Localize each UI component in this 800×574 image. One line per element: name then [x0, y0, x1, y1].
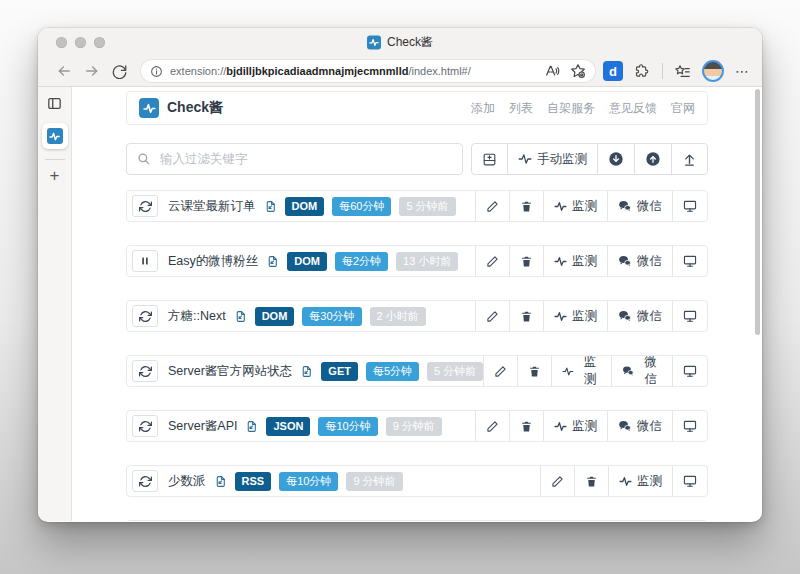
wechat-icon — [618, 309, 632, 323]
page-scrollbar[interactable] — [755, 89, 760, 335]
pulse-icon — [619, 475, 632, 488]
delete-button[interactable] — [509, 411, 543, 441]
manual-monitor-button[interactable]: 手动监测 — [507, 143, 598, 175]
monitor-button[interactable]: 监测 — [543, 411, 607, 441]
row-state-button[interactable] — [132, 195, 158, 217]
monitor-label: 监测 — [572, 418, 597, 435]
preview-button[interactable] — [672, 246, 707, 276]
search-icon — [137, 152, 151, 166]
delete-button[interactable] — [517, 356, 551, 386]
favorites-hub-icon[interactable] — [674, 63, 691, 80]
refresh-button[interactable] — [112, 64, 127, 79]
nav-website-link[interactable]: 官网 — [671, 100, 695, 117]
wechat-button[interactable]: 微信 — [607, 411, 672, 441]
active-tab-favicon[interactable] — [42, 123, 68, 149]
nav-add-link[interactable]: 添加 — [471, 100, 495, 117]
open-page-icon[interactable] — [264, 200, 277, 213]
pulse-icon — [554, 255, 567, 268]
row-state-button[interactable] — [132, 250, 158, 272]
pulse-icon — [554, 420, 567, 433]
interval-badge: 每10分钟 — [318, 417, 377, 436]
browser-menu-icon[interactable]: ⋯ — [735, 63, 750, 79]
add-panel-button[interactable] — [471, 143, 508, 175]
row-title: Server酱官方网站状态 — [168, 363, 292, 380]
extensions-puzzle-icon[interactable] — [634, 63, 651, 80]
trash-icon — [520, 310, 533, 323]
edit-button[interactable] — [475, 411, 509, 441]
last-run-badge: 2 小时前 — [370, 307, 426, 326]
monitor-button[interactable]: 监测 — [543, 246, 607, 276]
trash-icon — [585, 475, 598, 488]
filter-input[interactable] — [158, 151, 452, 167]
sync-icon — [139, 475, 152, 488]
nav-selfhost-link[interactable]: 自架服务 — [547, 100, 595, 117]
monitor-button[interactable]: 监测 — [551, 356, 611, 386]
wechat-button[interactable]: 微信 — [607, 246, 672, 276]
zoom-button[interactable] — [94, 37, 105, 48]
monitor-label: 监测 — [579, 354, 601, 388]
address-bar[interactable]: extension://bjdilljbkpicadiaadmnajmjecmn… — [141, 60, 595, 82]
edit-button[interactable] — [475, 191, 509, 221]
read-aloud-icon[interactable] — [544, 63, 560, 79]
nav-feedback-link[interactable]: 意见反馈 — [609, 100, 657, 117]
interval-badge: 每5分钟 — [366, 362, 419, 381]
preview-button[interactable] — [672, 356, 707, 386]
row-state-button[interactable] — [132, 470, 158, 492]
monitor-button[interactable]: 监测 — [543, 191, 607, 221]
pencil-icon — [486, 200, 499, 213]
preview-button[interactable] — [672, 411, 707, 441]
row-actions: 监测 微信 — [475, 191, 707, 221]
toolbar-divider — [662, 63, 663, 79]
back-button[interactable] — [56, 63, 72, 79]
edit-button[interactable] — [475, 246, 509, 276]
row-state-button[interactable] — [132, 360, 158, 382]
open-page-icon[interactable] — [214, 475, 227, 488]
vertical-tab-strip: + — [38, 87, 72, 521]
wechat-icon — [622, 364, 635, 378]
delete-button[interactable] — [509, 301, 543, 331]
open-page-icon[interactable] — [234, 310, 247, 323]
app-header: Check酱 添加 列表 自架服务 意见反馈 官网 — [126, 91, 708, 125]
interval-badge: 每10分钟 — [279, 472, 338, 491]
preview-button[interactable] — [672, 301, 707, 331]
delete-button[interactable] — [574, 466, 608, 496]
open-page-icon[interactable] — [300, 365, 313, 378]
download-config-button[interactable] — [597, 143, 635, 175]
site-info-icon[interactable] — [150, 65, 163, 78]
upload-config-button[interactable] — [634, 143, 672, 175]
nav-list-link[interactable]: 列表 — [509, 100, 533, 117]
minimize-button[interactable] — [75, 37, 86, 48]
profile-avatar[interactable] — [702, 60, 724, 82]
row-state-button[interactable] — [132, 415, 158, 437]
monitor-label: 监测 — [572, 198, 597, 215]
close-button[interactable] — [56, 37, 67, 48]
forward-button[interactable] — [84, 63, 100, 79]
d-extension-icon[interactable]: d — [603, 61, 623, 81]
preview-button[interactable] — [672, 466, 707, 496]
circle-down-icon — [608, 151, 624, 167]
favorites-star-icon[interactable] — [570, 63, 586, 79]
wechat-button[interactable]: 微信 — [607, 301, 672, 331]
row-state-button[interactable] — [132, 305, 158, 327]
open-page-icon[interactable] — [266, 255, 279, 268]
delete-button[interactable] — [509, 191, 543, 221]
edit-button[interactable] — [483, 356, 517, 386]
edit-button[interactable] — [540, 466, 574, 496]
delete-button[interactable] — [509, 246, 543, 276]
trash-icon — [528, 365, 541, 378]
monitor-toolbar: 手动监测 — [471, 143, 708, 175]
preview-button[interactable] — [672, 191, 707, 221]
new-tab-button[interactable]: + — [50, 167, 60, 184]
row-title: Easy的微博粉丝 — [168, 253, 258, 270]
monitor-button[interactable]: 监测 — [543, 301, 607, 331]
wechat-button[interactable]: 微信 — [607, 191, 672, 221]
open-page-icon[interactable] — [245, 420, 258, 433]
edit-button[interactable] — [475, 301, 509, 331]
browser-toolbar: extension://bjdilljbkpicadiaadmnajmjecmn… — [38, 56, 762, 87]
export-button[interactable] — [671, 143, 708, 175]
wechat-button[interactable]: 微信 — [611, 356, 672, 386]
vertical-tabs-toggle-icon[interactable] — [46, 95, 63, 112]
monitor-button[interactable]: 监测 — [608, 466, 672, 496]
monitor-row: 方糖::Next DOM 每30分钟 2 小时前 监测 微信 — [126, 300, 708, 332]
add-panel-icon — [482, 152, 497, 167]
